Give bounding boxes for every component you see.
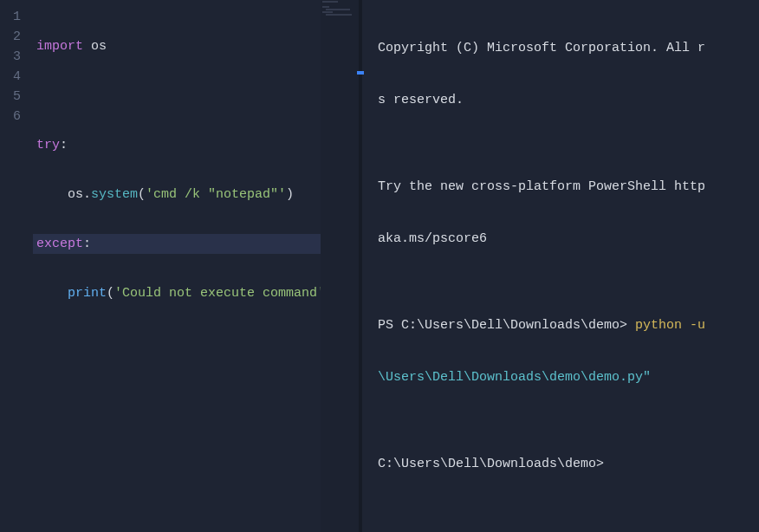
string-token: 'Could not execute command' [114,286,325,301]
line-number: 6 [0,107,21,127]
identifier-token: os [91,39,107,54]
line-number-gutter: 1 2 3 4 5 6 [0,0,36,532]
keyword-token: except [36,237,83,251]
line-number: 1 [0,7,21,27]
terminal-pane[interactable]: Copyright (C) Microsoft Corporation. All… [362,0,759,532]
editor-pane: 1 2 3 4 5 6 import os try: os.system('cm… [0,0,359,532]
identifier-token: os [68,187,83,202]
minimap[interactable] [321,0,359,532]
terminal-line: PS C:\Users\Dell\Downloads\demo> python … [378,317,759,334]
terminal-text: Try the new cross-platform PowerShell ht… [378,178,759,196]
line-number: 3 [0,47,21,67]
string-token: 'cmd /k "notepad"' [146,187,286,202]
pane-divider[interactable] [359,0,362,532]
terminal-path: C:\Users\Dell\Downloads\demo> [401,318,635,333]
line-number: 2 [0,27,21,47]
code-line[interactable]: except: [33,234,359,254]
keyword-token: try [36,138,60,152]
terminal-text: s reserved. [378,92,759,109]
terminal-text: aka.ms/pscore6 [378,230,759,248]
line-number: 4 [0,67,21,87]
code-line[interactable]: try: [36,135,359,155]
terminal-text: Copyright (C) Microsoft Corporation. All… [378,40,759,57]
terminal-command: python -u [635,318,705,333]
keyword-token: import [36,39,83,54]
code-editor[interactable]: import os try: os.system('cmd /k "notepa… [36,0,359,532]
terminal-prompt: C:\Users\Dell\Downloads\demo> [378,456,759,473]
code-line[interactable]: import os [36,36,359,56]
line-number: 5 [0,87,21,107]
code-line[interactable]: print('Could not execute command') [36,283,359,303]
code-line[interactable] [36,86,359,106]
function-token: system [91,187,138,202]
function-token: print [68,286,107,301]
code-line[interactable]: os.system('cmd /k "notepad"') [36,185,359,204]
terminal-arg: \Users\Dell\Downloads\demo\demo.py" [378,370,651,385]
terminal-line: \Users\Dell\Downloads\demo\demo.py" [378,369,759,386]
